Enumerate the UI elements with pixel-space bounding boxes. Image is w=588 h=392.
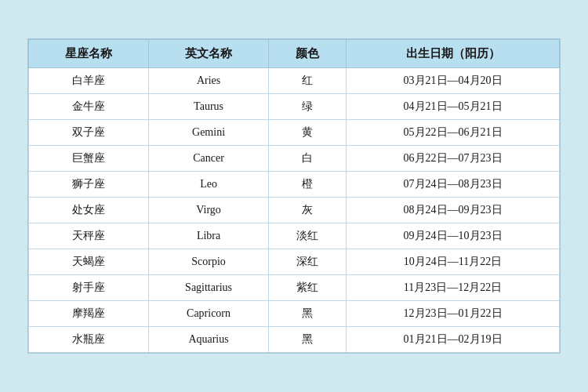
cell-dates: 05月22日—06月21日 — [347, 120, 560, 146]
header-chinese-name: 星座名称 — [29, 40, 149, 68]
header-dates: 出生日期（阳历） — [347, 40, 560, 68]
table-row: 狮子座Leo橙07月24日—08月23日 — [29, 172, 560, 198]
cell-dates: 11月23日—12月22日 — [347, 275, 560, 301]
cell-chinese-name: 双子座 — [29, 120, 149, 146]
cell-english-name: Scorpio — [149, 249, 269, 275]
cell-english-name: Gemini — [149, 120, 269, 146]
cell-dates: 06月22日—07月23日 — [347, 146, 560, 172]
cell-chinese-name: 巨蟹座 — [29, 146, 149, 172]
cell-english-name: Libra — [149, 223, 269, 249]
cell-color: 白 — [269, 146, 347, 172]
cell-color: 紫红 — [269, 275, 347, 301]
cell-color: 红 — [269, 68, 347, 94]
cell-english-name: Aries — [149, 68, 269, 94]
cell-english-name: Leo — [149, 172, 269, 198]
header-english-name: 英文名称 — [149, 40, 269, 68]
table-body: 白羊座Aries红03月21日—04月20日金牛座Taurus绿04月21日—0… — [29, 68, 560, 353]
cell-chinese-name: 狮子座 — [29, 172, 149, 198]
cell-dates: 03月21日—04月20日 — [347, 68, 560, 94]
cell-color: 黑 — [269, 327, 347, 353]
table-row: 处女座Virgo灰08月24日—09月23日 — [29, 198, 560, 223]
cell-chinese-name: 水瓶座 — [29, 327, 149, 353]
table-row: 金牛座Taurus绿04月21日—05月21日 — [29, 94, 560, 120]
cell-chinese-name: 金牛座 — [29, 94, 149, 120]
cell-english-name: Taurus — [149, 94, 269, 120]
cell-english-name: Capricorn — [149, 301, 269, 327]
cell-color: 橙 — [269, 172, 347, 198]
cell-english-name: Sagittarius — [149, 275, 269, 301]
table-row: 白羊座Aries红03月21日—04月20日 — [29, 68, 560, 94]
cell-color: 深红 — [269, 249, 347, 275]
cell-chinese-name: 天蝎座 — [29, 249, 149, 275]
zodiac-table-container: 星座名称 英文名称 颜色 出生日期（阳历） 白羊座Aries红03月21日—04… — [27, 38, 561, 354]
header-color: 颜色 — [269, 40, 347, 68]
cell-dates: 10月24日—11月22日 — [347, 249, 560, 275]
zodiac-table: 星座名称 英文名称 颜色 出生日期（阳历） 白羊座Aries红03月21日—04… — [28, 39, 560, 353]
cell-color: 绿 — [269, 94, 347, 120]
cell-dates: 08月24日—09月23日 — [347, 198, 560, 223]
table-row: 天秤座Libra淡红09月24日—10月23日 — [29, 223, 560, 249]
table-row: 天蝎座Scorpio深红10月24日—11月22日 — [29, 249, 560, 275]
cell-chinese-name: 处女座 — [29, 198, 149, 223]
cell-dates: 12月23日—01月22日 — [347, 301, 560, 327]
cell-color: 灰 — [269, 198, 347, 223]
table-row: 巨蟹座Cancer白06月22日—07月23日 — [29, 146, 560, 172]
cell-english-name: Aquarius — [149, 327, 269, 353]
table-row: 射手座Sagittarius紫红11月23日—12月22日 — [29, 275, 560, 301]
table-row: 水瓶座Aquarius黑01月21日—02月19日 — [29, 327, 560, 353]
cell-dates: 09月24日—10月23日 — [347, 223, 560, 249]
cell-dates: 01月21日—02月19日 — [347, 327, 560, 353]
table-row: 摩羯座Capricorn黑12月23日—01月22日 — [29, 301, 560, 327]
cell-chinese-name: 摩羯座 — [29, 301, 149, 327]
cell-dates: 04月21日—05月21日 — [347, 94, 560, 120]
cell-chinese-name: 射手座 — [29, 275, 149, 301]
cell-english-name: Virgo — [149, 198, 269, 223]
table-header-row: 星座名称 英文名称 颜色 出生日期（阳历） — [29, 40, 560, 68]
cell-color: 黑 — [269, 301, 347, 327]
cell-chinese-name: 天秤座 — [29, 223, 149, 249]
table-row: 双子座Gemini黄05月22日—06月21日 — [29, 120, 560, 146]
cell-color: 淡红 — [269, 223, 347, 249]
cell-chinese-name: 白羊座 — [29, 68, 149, 94]
cell-dates: 07月24日—08月23日 — [347, 172, 560, 198]
cell-color: 黄 — [269, 120, 347, 146]
cell-english-name: Cancer — [149, 146, 269, 172]
